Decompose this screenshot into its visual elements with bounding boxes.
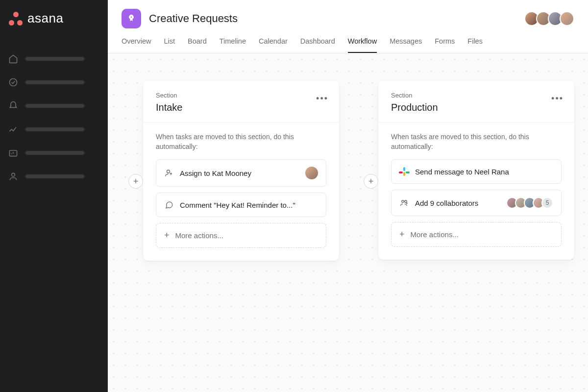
project-header: Creative Requests Overview List Board Ti…	[108, 0, 588, 53]
main-content: Creative Requests Overview List Board Ti…	[108, 0, 588, 392]
section-name[interactable]: Intake	[156, 102, 326, 113]
section-label: Section	[156, 92, 326, 99]
avatar	[305, 167, 318, 179]
plus-icon: +	[164, 230, 170, 241]
check-circle-icon	[8, 77, 19, 88]
section-label: Section	[391, 92, 562, 99]
collaborator-avatars: 5	[509, 197, 553, 209]
rule-text: Add 9 collaborators	[415, 199, 478, 207]
rule-text: Assign to Kat Mooney	[180, 169, 251, 177]
assign-icon	[164, 168, 174, 178]
nav-inbox[interactable]	[8, 100, 100, 111]
collaborators-icon	[399, 198, 409, 208]
svg-point-4	[167, 170, 170, 173]
nav-tasks[interactable]	[8, 77, 100, 88]
section-card-intake: Section Intake ••• When tasks are moved …	[143, 81, 339, 261]
nav-home[interactable]	[8, 53, 100, 64]
more-icon[interactable]: •••	[316, 94, 328, 104]
more-actions-label: More actions...	[411, 230, 459, 239]
rule-assign[interactable]: Assign to Kat Mooney	[156, 159, 326, 187]
rocket-icon	[126, 14, 136, 24]
comment-icon	[164, 200, 174, 210]
app-name: asana	[27, 11, 63, 26]
tab-timeline[interactable]: Timeline	[220, 37, 246, 53]
tab-calendar[interactable]: Calendar	[259, 37, 288, 53]
more-icon[interactable]: •••	[551, 94, 564, 104]
svg-point-2	[12, 173, 15, 176]
overflow-count: 5	[541, 197, 553, 209]
tab-forms[interactable]: Forms	[435, 37, 455, 53]
section-name[interactable]: Production	[391, 102, 562, 113]
slack-icon	[399, 167, 409, 176]
automation-hint: When tasks are moved to this section, do…	[391, 132, 562, 151]
more-actions-label: More actions...	[175, 231, 223, 240]
member-avatars[interactable]	[527, 11, 574, 26]
app-logo[interactable]: asana	[0, 11, 108, 26]
project-title: Creative Requests	[149, 12, 238, 25]
person-icon	[8, 171, 19, 182]
add-section-button[interactable]: +	[364, 174, 378, 189]
section-card-production: Section Production ••• When tasks are mo…	[378, 81, 574, 260]
more-actions-button[interactable]: + More actions...	[391, 222, 562, 247]
svg-point-5	[402, 200, 404, 203]
sidebar: asana	[0, 0, 108, 392]
rule-collaborators[interactable]: Add 9 collaborators 5	[391, 190, 562, 216]
tab-dashboard[interactable]: Dashboard	[300, 37, 335, 53]
rule-slack[interactable]: Send message to Neel Rana	[391, 159, 562, 184]
svg-point-3	[131, 16, 132, 18]
home-icon	[8, 53, 19, 64]
automation-hint: When tasks are moved to this section, do…	[156, 132, 326, 151]
tab-workflow[interactable]: Workflow	[348, 37, 377, 53]
sidebar-nav	[0, 53, 108, 182]
rule-text: Send message to Neel Rana	[415, 168, 509, 176]
folder-icon	[8, 147, 19, 158]
nav-goals[interactable]	[8, 171, 100, 182]
svg-point-6	[405, 200, 407, 203]
asana-logo-icon	[9, 12, 23, 25]
project-icon[interactable]	[122, 9, 141, 28]
plus-icon: +	[399, 229, 405, 240]
project-tabs: Overview List Board Timeline Calendar Da…	[122, 37, 574, 53]
nav-reporting[interactable]	[8, 124, 100, 135]
add-section-button[interactable]: +	[128, 174, 143, 189]
avatar	[560, 11, 574, 26]
svg-point-0	[10, 79, 17, 86]
tab-messages[interactable]: Messages	[390, 37, 422, 53]
tab-board[interactable]: Board	[188, 37, 207, 53]
more-actions-button[interactable]: + More actions...	[156, 223, 326, 248]
tab-list[interactable]: List	[164, 37, 175, 53]
tab-files[interactable]: Files	[467, 37, 483, 53]
nav-portfolios[interactable]	[8, 147, 100, 158]
workflow-canvas[interactable]: + + Section Intake ••• When tasks are mo…	[108, 53, 588, 392]
rule-text: Comment "Hey Kat! Reminder to..."	[180, 201, 295, 209]
tab-overview[interactable]: Overview	[122, 37, 151, 53]
rule-comment[interactable]: Comment "Hey Kat! Reminder to..."	[156, 193, 326, 217]
reporting-icon	[8, 124, 19, 135]
bell-icon	[8, 100, 19, 111]
